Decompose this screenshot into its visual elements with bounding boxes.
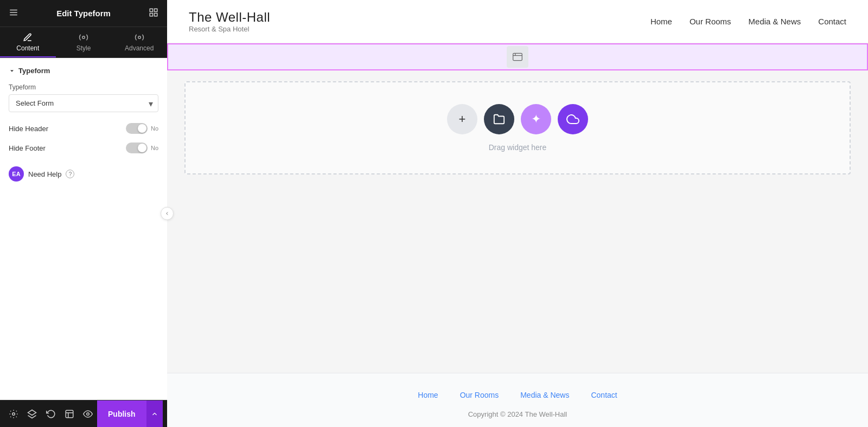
- need-help-section[interactable]: EA Need Help ?: [9, 166, 158, 182]
- history-icon[interactable]: [41, 404, 60, 424]
- footer-nav-our-rooms[interactable]: Our Rooms: [460, 391, 499, 399]
- publish-expand-button[interactable]: [146, 400, 163, 428]
- publish-button[interactable]: Publish: [97, 400, 146, 428]
- add-widget-button[interactable]: +: [447, 104, 477, 134]
- hide-footer-value: No: [151, 145, 158, 151]
- preview-icon[interactable]: [79, 404, 97, 424]
- svg-rect-16: [513, 53, 522, 60]
- drag-area: + ✦ Drag widget here: [184, 81, 851, 174]
- footer-nav-home[interactable]: Home: [418, 391, 438, 399]
- svg-marker-11: [28, 410, 36, 415]
- site-nav: Home Our Rooms Media & News Contact: [650, 17, 846, 26]
- panel-tabs: Content Style Advanced: [0, 27, 167, 58]
- settings-icon[interactable]: [4, 404, 23, 424]
- canvas: The Well-Hall Resort & Spa Hotel Home Ou…: [167, 0, 868, 427]
- svg-rect-6: [154, 13, 157, 16]
- toggle-thumb-footer: [138, 144, 146, 152]
- svg-rect-12: [66, 410, 73, 418]
- toggle-track-header[interactable]: [126, 123, 148, 134]
- site-footer: Home Our Rooms Media & News Contact Copy…: [167, 373, 868, 427]
- svg-marker-9: [10, 70, 14, 72]
- panel-content: Typeform Typeform Select Form ▾ Hide Hea…: [0, 58, 167, 400]
- svg-rect-4: [154, 9, 157, 11]
- drag-hint: Drag widget here: [489, 143, 547, 152]
- select-form-dropdown[interactable]: Select Form: [9, 94, 158, 112]
- hide-header-value: No: [151, 125, 158, 132]
- nav-contact[interactable]: Contact: [818, 17, 846, 26]
- site-header: The Well-Hall Resort & Spa Hotel Home Ou…: [167, 0, 868, 43]
- section-header: Typeform: [9, 67, 158, 75]
- footer-nav-contact[interactable]: Contact: [591, 391, 617, 399]
- hide-footer-label: Hide Footer: [9, 144, 46, 152]
- sidebar: Edit Typeform Content: [0, 0, 167, 427]
- svg-point-7: [82, 36, 85, 39]
- hide-header-toggle[interactable]: No: [126, 123, 158, 134]
- hide-footer-toggle[interactable]: No: [126, 143, 158, 153]
- layers-icon[interactable]: [23, 404, 41, 424]
- magic-button[interactable]: ✦: [521, 104, 551, 134]
- hide-header-label: Hide Header: [9, 125, 48, 133]
- hide-footer-row: Hide Footer No: [9, 143, 158, 153]
- ea-badge: EA: [9, 166, 24, 182]
- svg-rect-3: [150, 9, 152, 11]
- page-icon[interactable]: [60, 404, 79, 424]
- panel-title: Edit Typeform: [56, 9, 111, 18]
- bottom-toolbar: Publish: [0, 400, 167, 427]
- hide-header-row: Hide Header No: [9, 123, 158, 134]
- tab-advanced[interactable]: Advanced: [111, 27, 167, 57]
- nav-home[interactable]: Home: [650, 17, 672, 26]
- folder-button[interactable]: [484, 104, 514, 134]
- hamburger-icon[interactable]: [9, 8, 18, 20]
- copyright-text: Copyright © 2024 The Well-Hall: [167, 410, 868, 418]
- nav-our-rooms[interactable]: Our Rooms: [690, 17, 731, 26]
- nav-media-news[interactable]: Media & News: [749, 17, 801, 26]
- toggle-track-footer[interactable]: [126, 143, 148, 153]
- toggle-thumb-header: [138, 124, 146, 133]
- drag-buttons: + ✦: [447, 104, 588, 134]
- panel-header: Edit Typeform: [0, 0, 167, 27]
- grid-icon[interactable]: [149, 8, 158, 20]
- canvas-empty-area[interactable]: [167, 185, 868, 373]
- collapse-panel-button[interactable]: [161, 207, 174, 220]
- svg-point-8: [138, 36, 141, 39]
- widget-placeholder-icon: [507, 46, 528, 68]
- site-logo-title: The Well-Hall: [189, 10, 270, 25]
- site-logo: The Well-Hall Resort & Spa Hotel: [189, 10, 270, 33]
- selected-section: [167, 43, 868, 70]
- select-form-wrapper: Select Form ▾: [9, 94, 158, 112]
- svg-point-15: [87, 412, 90, 415]
- left-panel: Edit Typeform Content: [0, 0, 167, 427]
- need-help-label: Need Help: [28, 170, 61, 178]
- help-icon[interactable]: ?: [66, 170, 74, 178]
- svg-point-10: [12, 412, 15, 415]
- svg-rect-5: [150, 13, 152, 16]
- footer-nav-media-news[interactable]: Media & News: [520, 391, 569, 399]
- cloud-button[interactable]: [558, 104, 588, 134]
- tab-content[interactable]: Content: [0, 27, 56, 57]
- site-logo-subtitle: Resort & Spa Hotel: [189, 25, 270, 33]
- tab-style[interactable]: Style: [56, 27, 112, 57]
- typeform-label: Typeform: [9, 83, 158, 91]
- footer-nav: Home Our Rooms Media & News Contact: [167, 391, 868, 399]
